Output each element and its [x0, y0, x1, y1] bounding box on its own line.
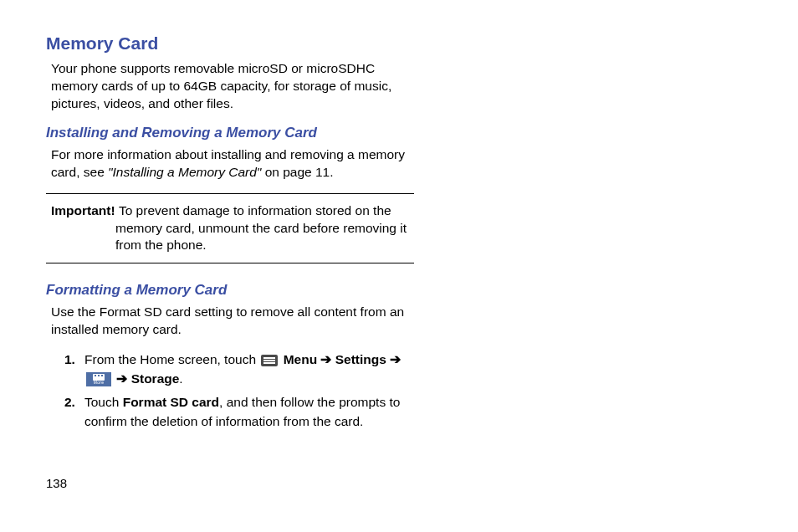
steps-list: 1. From the Home screen, touch Menu ➔ Se… — [64, 350, 414, 431]
important-label: Important! — [51, 203, 119, 217]
step-text: From the Home screen, touch Menu ➔ Setti… — [84, 350, 414, 388]
important-body: To prevent damage to information stored … — [115, 203, 407, 253]
arrow-1: ➔ — [317, 352, 335, 366]
intro-paragraph: Your phone supports removable microSD or… — [51, 60, 414, 113]
settings-label: Settings — [335, 352, 386, 366]
text-after-ref: on page 11. — [261, 165, 333, 179]
more-icon-label: More — [86, 380, 111, 386]
menu-icon — [261, 355, 278, 366]
step-1: 1. From the Home screen, touch Menu ➔ Se… — [64, 350, 414, 388]
heading-memory-card: Memory Card — [46, 33, 414, 54]
step-2: 2. Touch Format SD card, and then follow… — [64, 393, 414, 431]
format-sd-label: Format SD card — [123, 395, 219, 409]
menu-label: Menu — [284, 352, 317, 366]
arrow-2: ➔ — [386, 352, 401, 366]
step-text: Touch Format SD card, and then follow th… — [84, 393, 414, 431]
heading-formatting: Formatting a Memory Card — [46, 282, 414, 299]
arrow-3: ➔ — [113, 371, 131, 386]
step2-text-a: Touch — [84, 395, 123, 409]
formatting-intro: Use the Format SD card setting to remove… — [51, 304, 414, 339]
step1-period: . — [179, 371, 182, 386]
heading-installing-removing: Installing and Removing a Memory Card — [46, 125, 414, 141]
step-number: 2. — [64, 393, 84, 431]
step1-text-a: From the Home screen, touch — [84, 352, 259, 366]
page-number: 138 — [46, 476, 67, 490]
storage-label: Storage — [131, 371, 180, 386]
cross-reference-link[interactable]: "Installing a Memory Card" — [108, 165, 261, 179]
more-icon: More — [86, 372, 111, 386]
cross-ref-paragraph: For more information about installing an… — [51, 146, 414, 182]
step-number: 1. — [64, 350, 84, 388]
important-note: Important! To prevent damage to informat… — [46, 193, 414, 264]
document-column: Memory Card Your phone supports removabl… — [46, 33, 414, 431]
